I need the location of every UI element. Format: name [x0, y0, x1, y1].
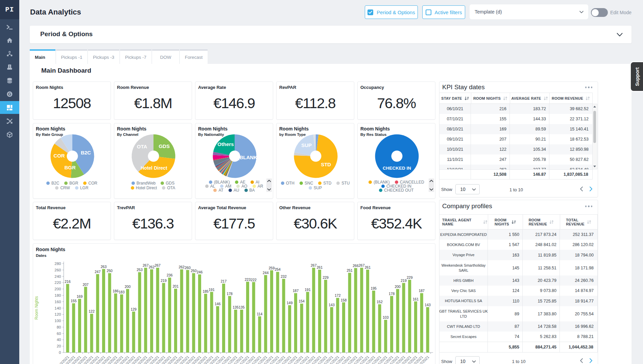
svg-text:187: 187	[293, 289, 299, 293]
svg-text:263: 263	[101, 265, 107, 269]
svg-text:186: 186	[113, 289, 119, 293]
svg-text:185: 185	[203, 289, 209, 293]
svg-text:219: 219	[161, 278, 167, 283]
svg-text:251: 251	[347, 268, 353, 272]
svg-text:261: 261	[317, 265, 323, 269]
svg-text:200: 200	[395, 285, 401, 289]
svg-text:B2C: B2C	[81, 150, 91, 155]
svg-text:254: 254	[275, 267, 281, 271]
svg-text:229: 229	[323, 275, 329, 280]
svg-text:201: 201	[173, 284, 179, 288]
svg-text:267: 267	[359, 263, 365, 267]
svg-text:114: 114	[257, 312, 263, 316]
svg-text:191: 191	[209, 288, 215, 292]
svg-text:40: 40	[57, 338, 61, 342]
svg-text:260: 260	[185, 266, 191, 270]
svg-text:SUP: SUP	[301, 142, 312, 148]
svg-text:140: 140	[54, 306, 61, 310]
svg-text:146: 146	[215, 302, 221, 306]
svg-text:250: 250	[191, 269, 197, 273]
svg-text:260: 260	[54, 268, 61, 272]
svg-text:(BLANK): (BLANK)	[238, 154, 259, 160]
svg-text:158: 158	[341, 298, 347, 302]
svg-text:178: 178	[389, 292, 395, 296]
svg-text:259: 259	[269, 266, 275, 270]
svg-text:187: 187	[419, 289, 425, 293]
svg-text:172: 172	[335, 293, 341, 297]
svg-text:154: 154	[299, 299, 305, 303]
svg-text:G: G	[8, 92, 11, 97]
svg-text:0: 0	[59, 350, 61, 355]
svg-text:GDS: GDS	[159, 143, 170, 149]
svg-text:60: 60	[57, 332, 61, 336]
svg-text:122: 122	[89, 309, 95, 313]
svg-text:143: 143	[425, 303, 431, 307]
svg-text:267: 267	[311, 263, 317, 267]
svg-text:220: 220	[54, 281, 61, 285]
svg-text:240: 240	[54, 274, 61, 278]
svg-text:207: 207	[82, 283, 89, 287]
svg-text:STD: STD	[321, 162, 331, 167]
svg-text:236: 236	[167, 273, 173, 277]
svg-text:250: 250	[106, 269, 113, 273]
svg-text:223: 223	[245, 277, 251, 282]
svg-text:200: 200	[54, 287, 61, 291]
svg-text:129: 129	[130, 307, 137, 311]
svg-text:178: 178	[227, 292, 233, 296]
svg-text:229: 229	[407, 275, 413, 280]
svg-text:200: 200	[125, 285, 131, 289]
svg-text:Hotel Direct: Hotel Direct	[141, 165, 167, 171]
svg-text:155: 155	[71, 299, 77, 303]
svg-text:Others: Others	[217, 141, 234, 147]
svg-text:262: 262	[149, 265, 155, 269]
svg-text:143: 143	[329, 303, 335, 307]
svg-text:195: 195	[371, 286, 377, 290]
svg-text:219: 219	[401, 278, 407, 283]
svg-text:253: 253	[137, 268, 143, 272]
svg-text:152: 152	[377, 300, 383, 304]
svg-text:103: 103	[383, 315, 389, 319]
svg-text:232: 232	[281, 274, 287, 278]
svg-text:80: 80	[57, 325, 61, 329]
svg-text:247: 247	[95, 270, 101, 274]
svg-text:267: 267	[154, 263, 161, 267]
svg-text:CHECKED IN: CHECKED IN	[383, 166, 411, 171]
svg-text:180: 180	[54, 293, 61, 297]
svg-text:222: 222	[251, 278, 257, 282]
svg-text:267: 267	[143, 263, 149, 267]
svg-text:246: 246	[197, 270, 203, 274]
svg-text:266: 266	[353, 264, 359, 268]
svg-text:20: 20	[57, 344, 61, 348]
svg-text:BGR: BGR	[64, 165, 76, 170]
svg-text:135: 135	[239, 305, 245, 309]
svg-text:Room Nights: Room Nights	[34, 296, 39, 319]
svg-text:191: 191	[305, 288, 311, 292]
svg-text:280: 280	[54, 262, 61, 266]
svg-text:217: 217	[221, 279, 227, 283]
svg-text:262: 262	[178, 265, 185, 269]
svg-text:161: 161	[413, 297, 419, 301]
svg-text:OTA: OTA	[137, 144, 147, 149]
svg-text:135: 135	[233, 305, 239, 309]
svg-text:100: 100	[54, 319, 61, 323]
svg-text:149: 149	[287, 301, 293, 305]
svg-text:120: 120	[54, 312, 61, 316]
svg-text:244: 244	[263, 271, 269, 275]
svg-text:169: 169	[77, 294, 83, 298]
svg-text:261: 261	[365, 265, 371, 269]
svg-text:COR: COR	[53, 153, 65, 159]
svg-text:160: 160	[54, 300, 61, 304]
svg-text:183: 183	[119, 290, 125, 294]
svg-text:216: 216	[65, 280, 71, 284]
